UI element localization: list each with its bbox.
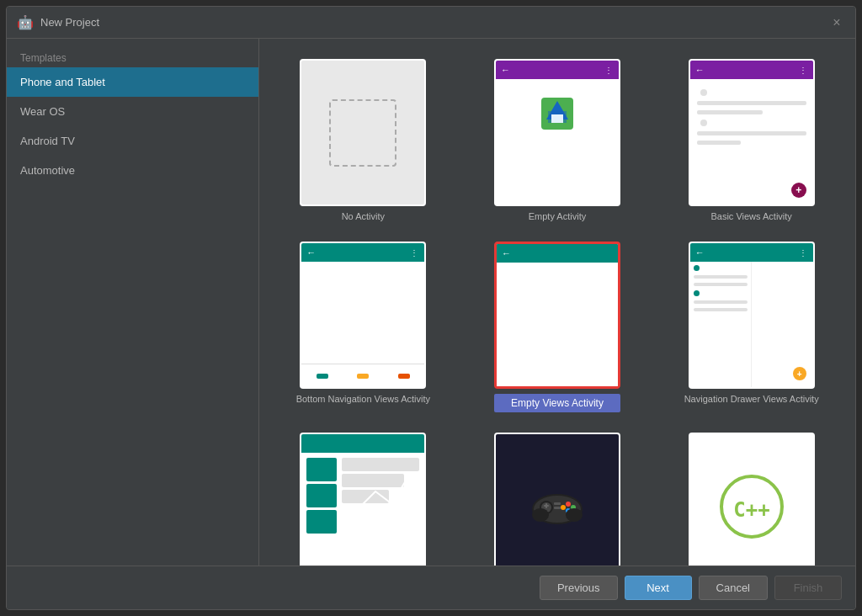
template-game-activity[interactable]: Game Activity	[467, 429, 648, 566]
sidebar: Templates Phone and Tablet Wear OS Andro…	[7, 39, 259, 566]
grid-cell-3	[306, 510, 337, 534]
bottom-nav-bar	[301, 364, 424, 387]
back-arrow-icon: ←	[306, 247, 316, 258]
nav-item-2	[343, 364, 384, 387]
chart-line	[342, 458, 419, 566]
dialog-footer: Previous Next Cancel Finish	[7, 566, 855, 609]
empty-activity-mockup: ← ⋮	[496, 61, 619, 204]
main-content: No Activity ← ⋮	[259, 39, 855, 566]
cancel-button[interactable]: Cancel	[699, 576, 768, 600]
nav-dot-1	[317, 374, 328, 379]
template-empty-views-label: Empty Views Activity	[494, 394, 620, 412]
svg-point-13	[561, 505, 566, 510]
bottom-nav-header: ← ⋮	[301, 243, 424, 262]
template-basic-views[interactable]: ← ⋮	[661, 56, 842, 225]
basic-views-list	[690, 82, 813, 157]
back-arrow-icon: ←	[695, 247, 705, 258]
template-basic-views-preview: ← ⋮	[689, 59, 815, 206]
template-native-cpp[interactable]: C++ Native C++	[661, 429, 842, 566]
bottom-nav-body	[301, 262, 424, 364]
template-game-activity-preview	[494, 433, 620, 566]
template-empty-views[interactable]: ← Empty Views Activity	[467, 238, 648, 416]
game-activity-mockup	[496, 434, 619, 566]
sidebar-section-label: Templates	[7, 45, 258, 67]
drawer-line-2	[694, 283, 748, 286]
svg-rect-14	[554, 502, 561, 505]
fab-yellow-button: +	[793, 367, 806, 380]
basic-views-mockup: ← ⋮	[690, 61, 813, 204]
grid-col-1	[306, 458, 337, 566]
title-bar-left: 🤖 New Project	[17, 14, 99, 30]
template-fullscreen[interactable]: Fullscreen Activity	[273, 429, 454, 566]
sidebar-item-automotive[interactable]: Automotive	[7, 156, 258, 185]
template-empty-activity-preview: ← ⋮	[494, 59, 620, 206]
dots-menu-icon: ⋮	[799, 66, 808, 75]
grid-preview-body	[301, 453, 424, 566]
title-bar: 🤖 New Project ×	[7, 7, 855, 39]
back-arrow-icon: ←	[695, 65, 705, 75]
nav-dot-3	[398, 374, 410, 379]
template-basic-views-label: Basic Views Activity	[710, 211, 791, 221]
new-project-dialog: 🤖 New Project × Templates Phone and Tabl…	[6, 6, 856, 610]
nav-dot-2	[357, 374, 369, 379]
sidebar-item-wear-os[interactable]: Wear OS	[7, 97, 258, 126]
drawer-panel	[690, 262, 752, 387]
empty-views-body	[497, 263, 618, 386]
template-grid: No Activity ← ⋮	[259, 39, 855, 566]
cpp-mockup: C++	[690, 434, 813, 566]
grid-col-2	[342, 458, 419, 566]
nav-drawer-body: +	[690, 262, 813, 387]
fab-button: +	[791, 183, 806, 198]
svg-point-16	[532, 508, 549, 522]
dialog-title: New Project	[40, 16, 99, 29]
nav-drawer-mockup: ← ⋮	[690, 243, 813, 387]
dialog-body: Templates Phone and Tablet Wear OS Andro…	[7, 39, 855, 566]
template-empty-activity-label: Empty Activity	[529, 211, 586, 221]
fullscreen-mockup	[301, 434, 424, 566]
game-controller-icon	[528, 486, 587, 528]
bottom-nav-mockup: ← ⋮	[301, 243, 424, 387]
android-logo-icon: 🤖	[17, 14, 34, 30]
empty-views-header: ←	[497, 244, 618, 263]
dots-menu-icon: ⋮	[799, 248, 808, 258]
dots-menu-icon: ⋮	[410, 248, 419, 258]
grid-cell-1	[306, 458, 337, 481]
list-line-1	[697, 101, 806, 105]
basic-views-header: ← ⋮	[690, 61, 813, 79]
template-navigation-drawer[interactable]: ← ⋮	[661, 238, 842, 416]
back-arrow-icon: ←	[501, 65, 510, 75]
list-line-3	[697, 131, 806, 135]
svg-text:C++: C++	[733, 498, 769, 522]
template-no-activity[interactable]: No Activity	[273, 56, 454, 225]
template-empty-views-preview: ←	[494, 242, 620, 389]
grid-cell-2	[306, 484, 337, 507]
next-button[interactable]: Next	[625, 576, 692, 600]
nav-item-1	[301, 364, 343, 387]
list-dot-1	[700, 89, 707, 96]
drawer-dot-2	[694, 290, 700, 296]
svg-point-17	[566, 508, 583, 522]
svg-rect-15	[554, 507, 561, 509]
sidebar-item-android-tv[interactable]: Android TV	[7, 126, 258, 156]
grid-preview-header	[301, 434, 424, 453]
close-button[interactable]: ×	[828, 14, 845, 31]
previous-button[interactable]: Previous	[540, 576, 618, 600]
list-line-4	[697, 141, 741, 145]
list-line-2	[697, 110, 763, 114]
empty-activity-header: ← ⋮	[496, 61, 619, 79]
dashed-placeholder	[329, 99, 396, 167]
dots-menu-icon: ⋮	[604, 66, 614, 75]
nav-drawer-header: ← ⋮	[690, 243, 813, 262]
empty-views-mockup: ←	[497, 244, 618, 386]
template-bottom-navigation-label: Bottom Navigation Views Activity	[296, 394, 430, 404]
sidebar-item-phone-tablet[interactable]: Phone and Tablet	[7, 67, 258, 97]
back-arrow-icon: ←	[502, 248, 511, 258]
no-activity-preview-content	[301, 61, 424, 204]
template-bottom-navigation[interactable]: ← ⋮	[273, 238, 454, 416]
drawer-dot-1	[694, 265, 700, 271]
finish-button[interactable]: Finish	[774, 576, 842, 600]
list-dot-2	[700, 119, 707, 126]
template-fullscreen-preview	[300, 433, 426, 566]
template-empty-activity[interactable]: ← ⋮	[467, 56, 648, 225]
basic-views-body: +	[690, 79, 813, 204]
